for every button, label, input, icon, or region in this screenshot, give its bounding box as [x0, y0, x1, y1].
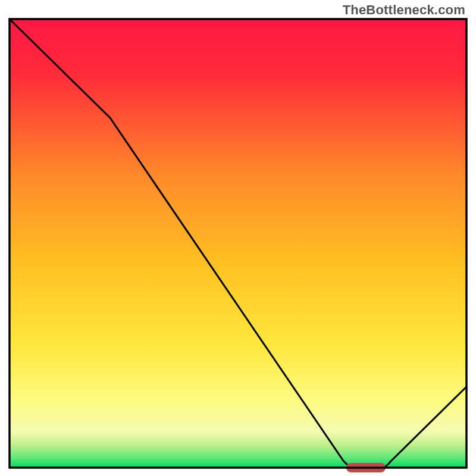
bottleneck-chart — [0, 0, 476, 476]
